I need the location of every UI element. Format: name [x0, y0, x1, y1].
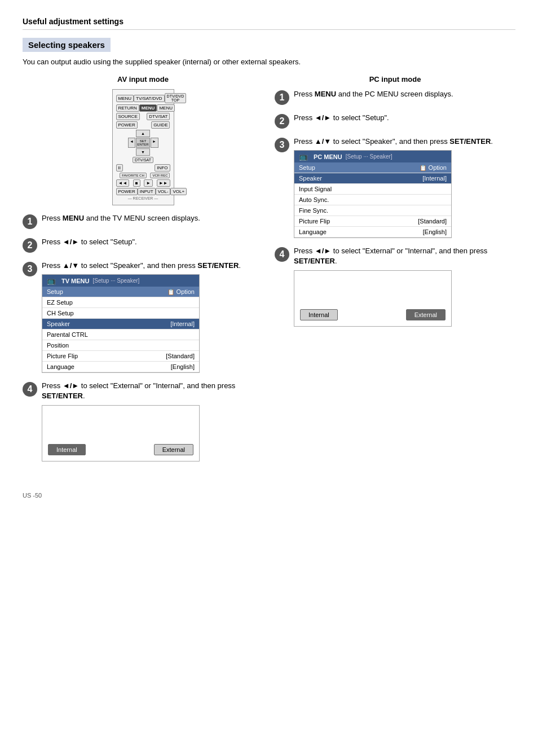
- pc-menu-header: 📺 PC MENU [Setup ··· Speaker]: [294, 151, 451, 162]
- av-menu-position: Position: [42, 340, 199, 351]
- pc-header: PC input mode: [275, 75, 515, 83]
- pc-internal-btn[interactable]: Internal: [300, 309, 338, 320]
- pc-menu-setup-row: Setup 📋 Option: [294, 162, 451, 173]
- av-menu: 📺 TV MENU [Setup ··· Speaker] Setup 📋 Op…: [42, 274, 200, 373]
- pc-step2: 2 Press ◄/► to select "Setup".: [275, 113, 515, 129]
- pc-menu-language: Language[English]: [294, 227, 451, 238]
- av-menu-parental: Parental CTRL: [42, 329, 199, 340]
- pc-step1-content: Press MENU and the PC MENU screen displa…: [294, 89, 515, 103]
- page-number: US -50: [23, 492, 42, 499]
- pc-step4-num: 4: [275, 247, 289, 262]
- pc-speaker-options: Internal External: [300, 309, 446, 320]
- av-menu-setup-row: Setup 📋 Option: [42, 287, 199, 297]
- pc-step1: 1 Press MENU and the PC MENU screen disp…: [275, 89, 515, 105]
- pc-step1-num: 1: [275, 90, 289, 105]
- pc-step3-content: Press ▲/▼ to select "Speaker", and then …: [294, 137, 515, 238]
- pc-step4-content: Press ◄/► to select "External" or "Inter…: [294, 246, 515, 326]
- pc-step4: 4 Press ◄/► to select "External" or "Int…: [275, 246, 515, 326]
- av-column: AV input mode MENU TV/SAT/DVD DTV/DVD TO…: [23, 75, 263, 469]
- pc-menu-finesync: Fine Sync.: [294, 205, 451, 216]
- pc-step2-content: Press ◄/► to select "Setup".: [294, 113, 515, 126]
- page-title: Useful adjustment settings: [23, 17, 515, 30]
- av-step4-num: 4: [23, 382, 37, 397]
- av-menu-header: 📺 TV MENU [Setup ··· Speaker]: [42, 275, 199, 287]
- av-step3-content: Press ▲/▼ to select "Speaker", and then …: [42, 261, 263, 373]
- av-menu-pictureflip: Picture Flip[Standard]: [42, 351, 199, 362]
- av-speaker-options: Internal External: [48, 444, 193, 455]
- remote-image-av: MENU TV/SAT/DVD DTV/DVD TOP RETURN MENU …: [23, 89, 263, 205]
- intro-text: You can output audio using the supplied …: [23, 58, 515, 66]
- pc-external-btn[interactable]: External: [406, 309, 446, 320]
- footer: US -50: [23, 492, 515, 499]
- av-step1-num: 1: [23, 214, 37, 229]
- section-header: Selecting speakers: [23, 38, 111, 52]
- av-step3-num: 3: [23, 262, 37, 276]
- pc-speaker-selection: Internal External: [294, 270, 452, 327]
- pc-menu-inputsignal: Input Signal: [294, 184, 451, 195]
- pc-step3-num: 3: [275, 138, 289, 152]
- av-header: AV input mode: [23, 75, 263, 83]
- av-step1-content: Press MENU and the TV MENU screen displa…: [42, 213, 263, 227]
- av-internal-btn[interactable]: Internal: [48, 444, 86, 455]
- av-step4: 4 Press ◄/► to select "External" or "Int…: [23, 381, 263, 461]
- av-step4-content: Press ◄/► to select "External" or "Inter…: [42, 381, 263, 461]
- av-menu-chsetup: CH Setup: [42, 308, 199, 319]
- av-menu-speaker: Speaker[Internal]: [42, 319, 199, 329]
- pc-step2-num: 2: [275, 114, 289, 129]
- av-step2: 2 Press ◄/► to select "Setup".: [23, 237, 263, 253]
- av-step2-content: Press ◄/► to select "Setup".: [42, 237, 263, 250]
- av-menu-ezsetup: EZ Setup: [42, 297, 199, 308]
- av-step3: 3 Press ▲/▼ to select "Speaker", and the…: [23, 261, 263, 373]
- pc-column: PC input mode 1 Press MENU and the PC ME…: [275, 75, 515, 469]
- av-menu-language: Language[English]: [42, 362, 199, 372]
- pc-step3: 3 Press ▲/▼ to select "Speaker", and the…: [275, 137, 515, 238]
- pc-menu-speaker: Speaker[Internal]: [294, 173, 451, 184]
- pc-menu-pictureflip: Picture Flip[Standard]: [294, 216, 451, 227]
- av-step2-num: 2: [23, 238, 37, 253]
- av-external-btn[interactable]: External: [154, 444, 193, 455]
- av-step1: 1 Press MENU and the TV MENU screen disp…: [23, 213, 263, 229]
- pc-menu: 📺 PC MENU [Setup ··· Speaker] Setup 📋 Op…: [294, 150, 452, 238]
- av-speaker-selection: Internal External: [42, 405, 200, 461]
- pc-menu-autosync: Auto Sync.: [294, 195, 451, 205]
